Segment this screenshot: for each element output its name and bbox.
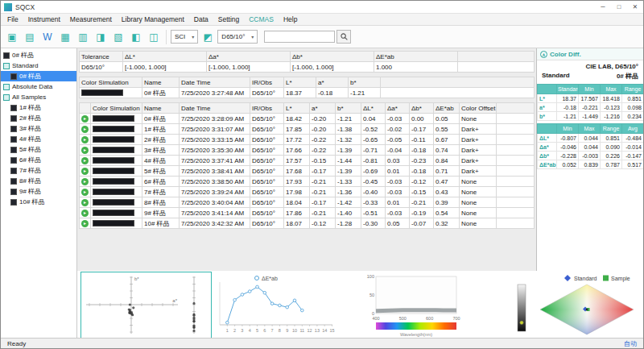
- menu-setting[interactable]: Setting: [213, 15, 244, 23]
- save-icon[interactable]: ▣: [4, 28, 20, 46]
- tree-item-label: 6# 样品: [19, 156, 41, 164]
- standard-row[interactable]: 0# 样品 7/25/2020 3:27:48 AM D65/10° 18.37…: [80, 88, 535, 98]
- svg-text:7: 7: [271, 328, 274, 333]
- stats-column-header: Avg: [622, 124, 644, 134]
- sample-row[interactable]: ▸10# 样品7/25/2020 3:42:32 AMD65/10°18.07-…: [80, 218, 535, 229]
- tree-item-3-样品[interactable]: 3# 样品: [1, 123, 76, 134]
- column-header: IR/Obs: [250, 103, 284, 114]
- tolerance-illuminant: D65/10°: [80, 62, 123, 73]
- delete-icon[interactable]: ▧: [110, 28, 126, 46]
- color-diff-header[interactable]: ∧ Color Diff.: [537, 48, 643, 60]
- sample-row[interactable]: ▸9# 样品7/25/2020 3:41:14 AMD65/10°17.86-0…: [80, 208, 535, 218]
- sci-sce-dropdown[interactable]: SCI ▾: [171, 30, 198, 44]
- tree-item-2-样品[interactable]: 2# 样品: [1, 113, 76, 123]
- tree-item-label: 7# 样品: [19, 166, 41, 175]
- de-trend-chart[interactable]: ΔE*ab123456789101112131415: [213, 272, 336, 339]
- stats-column-header: Min: [557, 124, 579, 134]
- menu-library-management[interactable]: Library Management: [117, 15, 189, 23]
- menu-measurement[interactable]: Measurement: [65, 15, 117, 23]
- sample-row[interactable]: ▸1# 样品7/25/2020 3:31:07 AMD65/10°17.85-0…: [80, 124, 535, 135]
- copy-icon[interactable]: ▥: [75, 28, 91, 46]
- tolerance-icon[interactable]: ◩: [200, 28, 216, 46]
- tree-item-all-samples[interactable]: All Samples: [1, 92, 76, 102]
- tree-item-10-样品[interactable]: 10# 样品: [1, 197, 76, 207]
- menu-file[interactable]: File: [2, 15, 23, 23]
- tree-item-label: 5# 样品: [19, 145, 41, 154]
- sample-row[interactable]: ▸7# 样品7/25/2020 3:39:24 AMD65/10°17.98-0…: [80, 187, 535, 197]
- measure-standard-icon[interactable]: ◧: [128, 28, 144, 46]
- tree-item-7-样品[interactable]: 7# 样品: [1, 165, 76, 176]
- sample-color-swatch: [93, 220, 134, 226]
- stats-row: ΔL*-0.8070.0440.851-0.484: [538, 134, 644, 143]
- tree-item-absolute-data[interactable]: Absolute Data: [1, 81, 76, 92]
- search-button[interactable]: [336, 30, 351, 44]
- tolerance-value[interactable]: 1.000: [374, 62, 458, 73]
- sample-row[interactable]: ▸8# 样品7/25/2020 3:40:04 AMD65/10°18.04-0…: [80, 197, 535, 208]
- menu-instrument[interactable]: Instrument: [23, 15, 65, 23]
- collapse-icon[interactable]: ∧: [540, 51, 547, 58]
- tree-item-8-样品[interactable]: 8# 样品: [1, 176, 76, 186]
- toolbar: ▣▤W▦▥◨▧◧◫ SCI ▾ ◩ D65/10° ▾: [1, 26, 643, 48]
- svg-text:b*: b*: [134, 276, 139, 281]
- menu-help[interactable]: Help: [279, 15, 302, 23]
- tree-item-4-样品[interactable]: 4# 样品: [1, 134, 76, 144]
- measure-sample-icon[interactable]: ◫: [146, 28, 162, 46]
- measured-status-icon: ▸: [81, 157, 89, 164]
- svg-text:5: 5: [256, 328, 258, 333]
- cie-lab-title: CIE LAB, D65/10°: [537, 60, 643, 71]
- paste-icon[interactable]: ◨: [93, 28, 109, 46]
- tolerance-value[interactable]: [-1.000, 1.000]: [291, 62, 374, 73]
- folder-icon: [3, 84, 10, 90]
- measured-status-icon: ▸: [81, 126, 89, 133]
- sample-swatch-icon: [10, 189, 17, 195]
- tree-item-standard[interactable]: Standard: [1, 60, 76, 71]
- illuminant-dropdown[interactable]: D65/10° ▾: [217, 30, 258, 44]
- tree-item-label: 10# 样品: [19, 197, 45, 206]
- stats-column-header: Max: [579, 124, 601, 134]
- measured-status-icon: ▸: [81, 168, 89, 175]
- status-bar: Ready 自动: [1, 338, 643, 348]
- tree-item-9-样品[interactable]: 9# 样品: [1, 186, 76, 197]
- sample-row[interactable]: ▸2# 样品7/25/2020 3:33:15 AMD65/10°17.72-0…: [80, 135, 535, 145]
- sci-sce-value: SCI: [175, 33, 185, 40]
- search-input[interactable]: [264, 31, 335, 43]
- stats-column-header: Min: [579, 85, 601, 94]
- column-header: Name: [142, 77, 180, 88]
- color-diff-panel: ∧ Color Diff. CIE LAB, D65/10° Standard …: [536, 48, 643, 271]
- delta-stats-table: MinMaxRangeAvgΔL*-0.8070.0440.851-0.484Δ…: [537, 123, 643, 169]
- sample-row[interactable]: ▸4# 样品7/25/2020 3:37:41 AMD65/10°17.57-0…: [80, 156, 535, 166]
- spectral-chart[interactable]: 050100400500600700Wavelength(nm): [358, 272, 461, 339]
- column-header: ΔL*: [361, 103, 386, 114]
- menu-ccmas[interactable]: CCMAS: [244, 15, 279, 23]
- sample-row[interactable]: ▸0# 样品7/25/2020 3:28:09 AMD65/10°18.42-0…: [80, 114, 535, 124]
- tree-item-6-样品[interactable]: 6# 样品: [1, 155, 76, 165]
- tree-item-1-样品[interactable]: 1# 样品: [1, 102, 76, 113]
- menu-data[interactable]: Data: [189, 15, 213, 23]
- tree-item-0-样品[interactable]: 0# 样品: [1, 71, 76, 81]
- close-button[interactable]: ✕: [627, 1, 643, 13]
- app-window: SQCX ─ □ ✕ FileInstrumentMeasurementLibr…: [0, 0, 644, 349]
- export-word-icon[interactable]: W: [39, 28, 56, 46]
- open-icon[interactable]: ▤: [22, 28, 38, 46]
- column-header: Color Simulation: [91, 103, 142, 114]
- tolerance-value[interactable]: [-1.000, 1.000]: [123, 62, 207, 73]
- svg-text:10: 10: [292, 328, 297, 333]
- stats-row: ΔE*ab0.0520.8390.7870.517: [538, 160, 644, 169]
- sample-row[interactable]: ▸3# 样品7/25/2020 3:35:30 AMD65/10°17.66-0…: [80, 145, 535, 156]
- sample-row[interactable]: ▸6# 样品7/25/2020 3:38:50 AMD65/10°17.93-0…: [80, 177, 535, 187]
- measured-status-icon: ▸: [81, 136, 89, 143]
- tree-item-5-样品[interactable]: 5# 样品: [1, 144, 76, 155]
- minimize-button[interactable]: ─: [595, 1, 611, 13]
- sample-row[interactable]: ▸5# 样品7/25/2020 3:38:41 AMD65/10°17.68-0…: [80, 166, 535, 177]
- sample-swatch-icon: [10, 136, 17, 143]
- gamut-chart[interactable]: StandardSample: [493, 272, 640, 339]
- ab-scatter-chart[interactable]: a*b*: [80, 272, 212, 339]
- tolerance-table: Tolerance ΔL* Δa* Δb* ΔE*ab D65/10° [-1.…: [79, 51, 535, 73]
- tree-item-0-样品[interactable]: 0# 样品: [1, 50, 76, 60]
- app-logo-icon: [4, 3, 12, 11]
- toolbar-separator: [166, 30, 167, 44]
- print-icon[interactable]: ▦: [57, 28, 73, 46]
- auto-mode-toggle[interactable]: 自动: [624, 339, 637, 348]
- tolerance-value[interactable]: [-1.000, 1.000]: [207, 62, 291, 73]
- maximize-button[interactable]: □: [611, 1, 627, 13]
